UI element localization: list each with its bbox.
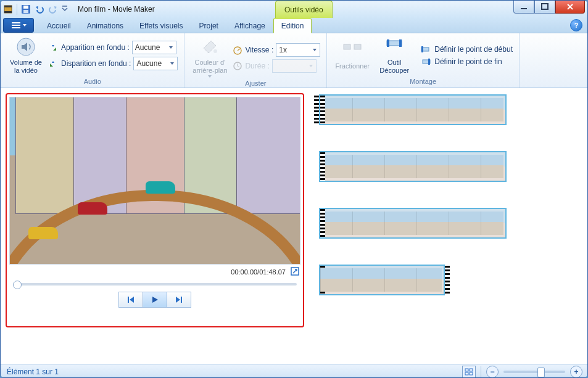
- minimize-button[interactable]: [513, 1, 534, 14]
- save-icon[interactable]: [21, 4, 31, 14]
- split-button: Fractionner: [333, 39, 371, 72]
- group-title-montage: Montage: [333, 78, 513, 86]
- duration-label: Durée :: [245, 62, 269, 70]
- help-button[interactable]: ?: [570, 19, 582, 31]
- group-title-audio: Audio: [7, 78, 178, 86]
- svg-rect-27: [428, 59, 430, 65]
- svg-rect-2: [4, 11, 12, 13]
- zoom-controls: − +: [462, 366, 582, 378]
- maximize-button[interactable]: [534, 1, 555, 14]
- fade-in-combo[interactable]: Aucune: [132, 41, 176, 54]
- separator: [481, 366, 481, 377]
- zoom-in-button[interactable]: +: [570, 366, 582, 378]
- tab-affichage[interactable]: Affichage: [226, 18, 273, 33]
- undo-icon[interactable]: [35, 4, 44, 14]
- close-button[interactable]: [555, 1, 585, 14]
- tab-accueil[interactable]: Accueil: [39, 18, 79, 33]
- file-menu-button[interactable]: [3, 18, 34, 33]
- ribbon-group-audio: Volume de la vidéo Apparition en fondu :…: [1, 33, 184, 88]
- chevron-down-icon: [308, 62, 313, 70]
- workspace: 00:00.00/01:48.07: [1, 88, 587, 364]
- svg-rect-20: [354, 44, 361, 49]
- set-end-label: Définir le point de fin: [434, 57, 502, 66]
- prev-frame-button[interactable]: [118, 292, 143, 308]
- zoom-out-button[interactable]: −: [486, 366, 499, 378]
- titlebar: Mon film - Movie Maker Outils vidéo: [1, 1, 587, 18]
- clip-thumbnail[interactable]: [319, 265, 445, 295]
- qat-separator: [17, 4, 17, 15]
- fade-in-label: Apparition en fondu :: [61, 43, 130, 52]
- trim-tool-button[interactable]: Outil Découper: [375, 36, 413, 75]
- svg-rect-25: [421, 46, 423, 52]
- qat-customize-icon[interactable]: [62, 4, 72, 14]
- svg-rect-32: [470, 369, 473, 371]
- clip-thumbnail[interactable]: [319, 151, 507, 182]
- duration-combo: [272, 59, 317, 73]
- fullscreen-icon[interactable]: [291, 267, 299, 277]
- seek-thumb[interactable]: [13, 281, 22, 289]
- fade-in-value: Aucune: [135, 43, 160, 52]
- set-end-point-button[interactable]: Définir le point de fin: [421, 57, 513, 67]
- time-display-row: 00:00.00/01:48.07: [9, 265, 300, 279]
- svg-rect-8: [542, 4, 548, 9]
- svg-line-18: [238, 66, 239, 67]
- set-end-icon: [421, 57, 431, 67]
- chevron-down-icon: [168, 43, 173, 52]
- video-volume-label: Volume de la vidéo: [10, 59, 42, 74]
- seek-bar[interactable]: [13, 283, 297, 286]
- chevron-down-icon: [170, 59, 175, 68]
- car-teal: [146, 181, 175, 194]
- next-frame-button[interactable]: [167, 292, 191, 308]
- ribbon-group-montage: Fractionner Outil Découper Définir le po…: [327, 33, 520, 88]
- svg-rect-10: [12, 25, 20, 26]
- preview-pane: 00:00.00/01:48.07: [1, 88, 309, 364]
- zoom-slider-thumb[interactable]: [537, 368, 545, 377]
- clip-thumbnail[interactable]: [319, 94, 507, 125]
- trim-label: Outil Découper: [379, 59, 409, 74]
- fade-out-value: Aucune: [136, 59, 162, 68]
- speed-combo[interactable]: 1x: [276, 43, 320, 57]
- svg-rect-9: [12, 22, 20, 23]
- thumbnail-view-icon[interactable]: [462, 366, 476, 378]
- speed-value: 1x: [279, 46, 287, 54]
- preview-frame-highlight: 00:00.00/01:48.07: [6, 93, 304, 327]
- video-volume-button[interactable]: Volume de la vidéo: [7, 36, 45, 75]
- tab-projet[interactable]: Projet: [191, 18, 226, 33]
- speaker-icon: [16, 37, 36, 57]
- set-start-icon: [421, 44, 431, 54]
- ribbon-group-ajuster: Couleur d' arrière-plan Vitesse : 1x: [184, 33, 327, 88]
- zoom-slider[interactable]: [503, 371, 565, 373]
- contextual-tab-label: Outils vidéo: [275, 1, 333, 18]
- svg-rect-5: [23, 10, 28, 13]
- app-icon: [3, 4, 13, 14]
- video-preview[interactable]: [9, 97, 300, 265]
- svg-rect-11: [12, 27, 20, 28]
- set-start-label: Définir le point de début: [434, 45, 513, 54]
- svg-rect-31: [465, 369, 468, 371]
- redo-icon[interactable]: [48, 4, 58, 14]
- window-title: Mon film - Movie Maker: [78, 5, 155, 14]
- svg-rect-29: [128, 297, 129, 303]
- window-controls: [513, 1, 585, 14]
- split-label: Fractionner: [335, 62, 370, 70]
- speedometer-icon: [233, 45, 242, 55]
- svg-rect-30: [181, 297, 182, 303]
- tab-animations[interactable]: Animations: [79, 18, 131, 33]
- play-button[interactable]: [143, 292, 167, 308]
- svg-rect-33: [465, 372, 468, 375]
- clip-thumbnail[interactable]: [319, 208, 507, 239]
- statusbar: Élément 1 sur 1 − +: [1, 364, 587, 378]
- tab-edition[interactable]: Edition: [273, 18, 312, 33]
- fade-out-icon: [49, 59, 59, 68]
- fade-out-combo[interactable]: Aucune: [133, 57, 178, 70]
- storyboard-pane[interactable]: [309, 88, 587, 364]
- tab-effets-visuels[interactable]: Effets visuels: [131, 18, 191, 33]
- ribbon-tabstrip: Accueil Animations Effets visuels Projet…: [1, 18, 587, 33]
- time-counter: 00:00.00/01:48.07: [231, 268, 286, 276]
- app-window: Mon film - Movie Maker Outils vidéo Accu…: [0, 0, 588, 378]
- background-color-label: Couleur d' arrière-plan: [193, 59, 227, 74]
- paint-bucket-icon: [200, 37, 220, 57]
- car-yellow: [28, 227, 58, 239]
- set-start-point-button[interactable]: Définir le point de début: [421, 44, 513, 54]
- svg-rect-19: [344, 44, 350, 49]
